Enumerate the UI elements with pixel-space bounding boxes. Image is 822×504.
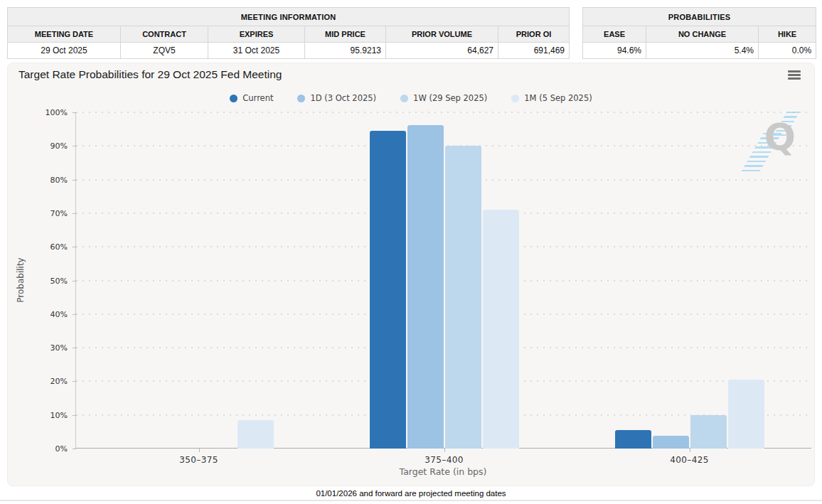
gridline-30 [76, 347, 811, 348]
plot-area: 0%10%20%30%40%50%60%70%80%90%100%350–375… [75, 112, 811, 449]
chart-legend: Current 1D (3 Oct 2025) 1W (29 Sep 2025)… [8, 93, 814, 103]
y-tick [73, 146, 76, 146]
y-tick [73, 381, 76, 382]
fedwatch-page: MEETING INFORMATION MEETING DATE CONTRAC… [0, 0, 822, 504]
no-change-value: 5.4% [646, 43, 759, 59]
y-tick-label: 60% [50, 242, 68, 252]
col-header-expires: EXPIRES [208, 26, 305, 43]
legend-item-1m[interactable]: 1M (5 Sep 2025) [511, 93, 592, 103]
x-tick [199, 449, 200, 452]
y-tick [73, 112, 76, 113]
legend-dot-1m [511, 95, 519, 102]
y-tick-label: 20% [50, 377, 68, 386]
y-tick-label: 70% [50, 208, 68, 218]
bar-current-375–400[interactable] [370, 131, 406, 449]
prior-oi-value: 691,469 [498, 43, 570, 59]
col-header-mid-price: MID PRICE [305, 26, 386, 43]
gridline-90 [76, 145, 811, 146]
x-axis-title: Target Rate (in bps) [400, 466, 487, 477]
hike-value: 0.0% [759, 43, 816, 59]
col-header-ease: EASE [583, 26, 646, 43]
y-tick-label: 80% [50, 175, 68, 184]
y-tick-label: 50% [50, 276, 68, 285]
y-tick-label: 100% [46, 108, 68, 117]
contract-value: ZQV5 [121, 43, 208, 59]
y-tick-label: 40% [50, 309, 68, 318]
y-tick-label: 0% [55, 444, 68, 454]
bar-1d-375–400[interactable] [407, 125, 444, 449]
expires-value: 31 Oct 2025 [208, 43, 305, 59]
x-tick [690, 449, 690, 452]
gridline-70 [76, 213, 811, 214]
bar-current-400–425[interactable] [615, 430, 651, 449]
chart-title: Target Rate Probabilities for 29 Oct 202… [18, 68, 282, 81]
legend-label: Current [242, 93, 273, 103]
meeting-date-value: 29 Oct 2025 [8, 43, 121, 59]
y-tick [73, 348, 76, 348]
meeting-info-row: 29 Oct 2025 ZQV5 31 Oct 2025 95.9213 64,… [8, 43, 570, 59]
bar-1w-375–400[interactable] [445, 146, 481, 449]
legend-item-1w[interactable]: 1W (29 Sep 2025) [400, 93, 487, 103]
legend-label: 1M (5 Sep 2025) [524, 93, 592, 103]
x-tick [444, 449, 445, 452]
footer-note: 01/01/2026 and forward are projected mee… [0, 489, 822, 498]
gridline-50 [76, 280, 811, 282]
legend-label: 1W (29 Sep 2025) [413, 93, 487, 103]
col-header-contract: CONTRACT [121, 26, 208, 43]
y-tick [73, 213, 76, 214]
gridline-60 [76, 246, 811, 247]
probabilities-title: PROBABILITIES [583, 8, 816, 26]
bar-1m-350–375[interactable] [237, 420, 274, 449]
bar-1d-400–425[interactable] [653, 436, 689, 449]
bottom-divider [0, 500, 822, 501]
col-header-prior-volume: PRIOR VOLUME [386, 26, 498, 43]
legend-item-1d[interactable]: 1D (3 Oct 2025) [297, 93, 376, 103]
gridline-80 [76, 179, 811, 181]
y-tick [73, 180, 76, 181]
col-header-hike: HIKE [759, 26, 816, 43]
chart-panel: Target Rate Probabilities for 29 Oct 202… [7, 63, 815, 486]
probabilities-row: 94.6% 5.4% 0.0% [583, 43, 816, 59]
legend-dot-current [230, 95, 237, 102]
y-tick [73, 314, 76, 315]
y-tick-label: 90% [50, 141, 68, 151]
bar-1m-375–400[interactable] [483, 210, 519, 449]
prior-volume-value: 64,627 [386, 43, 498, 59]
gridline-20 [76, 380, 811, 382]
y-tick [73, 247, 76, 247]
x-tick-label: 350–375 [179, 455, 218, 465]
col-header-prior-oi: PRIOR OI [498, 26, 570, 43]
meeting-information-table: MEETING INFORMATION MEETING DATE CONTRAC… [7, 7, 570, 59]
y-tick [73, 449, 76, 449]
bar-1m-400–425[interactable] [728, 380, 764, 449]
gridline-100 [76, 112, 811, 113]
bar-1w-400–425[interactable] [690, 415, 727, 449]
col-header-no-change: NO CHANGE [646, 26, 759, 43]
ease-value: 94.6% [583, 43, 646, 59]
y-tick [73, 281, 76, 282]
hamburger-menu-icon[interactable] [788, 70, 801, 81]
x-tick-label: 375–400 [425, 455, 464, 465]
legend-label: 1D (3 Oct 2025) [310, 93, 376, 103]
meeting-info-title: MEETING INFORMATION [8, 8, 570, 26]
y-tick-label: 10% [50, 410, 68, 419]
y-tick [73, 415, 76, 416]
col-header-meeting-date: MEETING DATE [8, 26, 121, 43]
top-tables: MEETING INFORMATION MEETING DATE CONTRAC… [0, 0, 822, 59]
mid-price-value: 95.9213 [305, 43, 386, 59]
x-tick-label: 400–425 [670, 455, 709, 465]
y-tick-label: 30% [50, 343, 68, 353]
probabilities-table: PROBABILITIES EASE NO CHANGE HIKE 94.6% … [582, 7, 816, 59]
legend-dot-1w [400, 95, 408, 102]
legend-dot-1d [297, 95, 305, 102]
gridline-40 [76, 313, 811, 315]
y-axis-title: Probability [16, 257, 26, 302]
legend-item-current[interactable]: Current [230, 93, 273, 103]
